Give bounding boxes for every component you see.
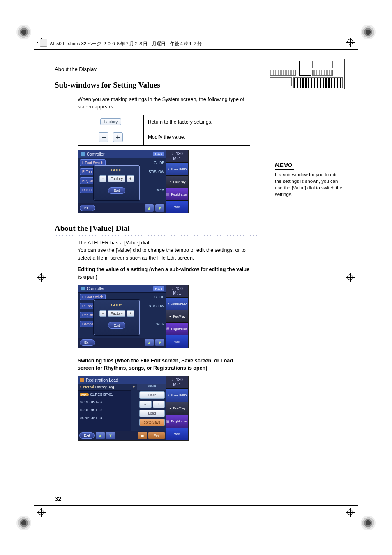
internal-path: ! Internal Factory Reg. ⬆ [78, 384, 137, 390]
file-button[interactable]: File [148, 432, 165, 439]
file-header: AT-500_e.book 32 ページ ２００８年７月２８日 月曜日 午後４時… [38, 39, 203, 48]
lcd-exit[interactable]: Exit [80, 339, 95, 346]
section2-p2: You can use the [Value] dial to change t… [78, 246, 250, 261]
registration-load-screen: Registration Load ! Internal Factory Reg… [78, 376, 189, 441]
side-rec-play[interactable]: ◄Rec/Play [166, 310, 188, 322]
side-rec-play[interactable]: ◄Rec/Play [166, 175, 188, 188]
lcd-page-indicator: P.1/3 [153, 152, 164, 156]
up-arrow-button[interactable]: ▲ [145, 204, 154, 212]
popup-value: GLIDE [94, 300, 139, 307]
crop-mark [37, 508, 46, 517]
memo-note: MEMO If a sub-window for you to edit the… [275, 161, 345, 198]
row-value: WER [156, 322, 164, 326]
minus-button: − [99, 132, 108, 142]
popup-exit[interactable]: Exit [108, 322, 125, 329]
section1-intro: When you are making settings in the Syst… [78, 96, 250, 111]
load-button[interactable]: Load [139, 410, 165, 417]
book-icon [40, 39, 47, 47]
popup-plus[interactable]: + [127, 310, 134, 317]
row-value: ST/SLOW [149, 304, 164, 308]
up-arrow-button[interactable]: ▲ [96, 432, 105, 439]
go-to-save-button[interactable]: go to Save [139, 419, 165, 426]
list-item[interactable]: 04:REGIST-04 [78, 414, 131, 421]
lcd-title-text: Controller [87, 152, 104, 157]
side-registration[interactable]: ▤Registration [166, 415, 188, 428]
popup-value: GLIDE [94, 166, 139, 172]
side-main[interactable]: Main [166, 428, 188, 441]
table-row: Factory Return to the factory settings. [78, 115, 250, 129]
row-value: ST/SLOW [149, 170, 164, 174]
lcd-title: Registration Load [78, 376, 166, 384]
setting-popup: GLIDE − Factory + Exit [94, 300, 140, 335]
lcd-title: Controller P.1/3 [78, 150, 166, 158]
side-rec-play[interactable]: ◄Rec/Play [166, 402, 188, 415]
list-item[interactable]: 02:REGIST-02 [78, 398, 131, 406]
down-arrow-button[interactable]: ▼ [155, 204, 164, 212]
down-arrow-button[interactable]: ▼ [155, 339, 164, 346]
controller-icon [81, 286, 85, 291]
popup-minus[interactable]: − [99, 310, 106, 317]
side-registration[interactable]: ▤Registration [166, 188, 188, 200]
page-frame: AT-500_e.book 32 ページ ２００８年７月２８日 月曜日 午後４時… [34, 49, 358, 506]
side-sound-kbd[interactable]: ♪Sound/KBD [166, 163, 188, 175]
table-row: − + Modify the value. [78, 129, 250, 146]
side-main[interactable]: Main [166, 335, 188, 348]
lcd-title: Controller P.1/3 [78, 285, 166, 292]
row-value: GLIDE [154, 161, 164, 165]
side-sound-kbd[interactable]: ♪Sound/KBD [166, 389, 188, 402]
registration-ornament-bl [16, 516, 31, 530]
settings-table: Factory Return to the factory settings. … [78, 115, 250, 146]
lcd-exit[interactable]: Exit [80, 205, 95, 211]
controller-screen-1: Controller P.1/3 L Foot SwitchGLIDE R Fo… [78, 150, 189, 213]
up-arrow-button[interactable]: ▲ [145, 339, 154, 346]
panel-illustration [267, 59, 345, 89]
side-sound-kbd[interactable]: ♪Sound/KBD [166, 297, 188, 310]
lcd-title-text: Controller [87, 286, 104, 291]
memo-body: If a sub-window for you to edit the sett… [275, 171, 345, 198]
plus-button: + [113, 132, 123, 142]
popup-factory[interactable]: Factory [108, 310, 125, 317]
controller-screen-2: Controller P.1/3 L Foot SwitchGLIDE R Fo… [78, 285, 189, 348]
registration-list: Next01:REGIST-01 02:REGIST-02 03:REGIST-… [78, 390, 131, 431]
plus-button[interactable]: + [153, 401, 165, 408]
home-icon: ⬆ [132, 385, 136, 389]
dot-rule [55, 91, 260, 93]
down-arrow-button[interactable]: ▼ [106, 432, 115, 439]
registration-ornament-tl [16, 25, 31, 39]
setting-popup: GLIDE − Factory + Exit [94, 165, 140, 200]
registration-ornament-tr [361, 25, 376, 39]
popup-factory[interactable]: Factory [108, 175, 125, 182]
row-label: L Foot Switch [80, 294, 106, 300]
table-desc: Return to the factory settings. [144, 115, 250, 129]
popup-exit[interactable]: Exit [108, 187, 125, 194]
crop-mark [346, 38, 355, 47]
factory-button: Factory [100, 118, 121, 125]
popup-minus[interactable]: − [99, 175, 106, 182]
minus-button[interactable]: − [139, 401, 152, 408]
row-value: GLIDE [154, 295, 164, 299]
section2-sub1: Editing the value of a setting (when a s… [78, 266, 250, 281]
lcd-exit[interactable]: Exit [79, 432, 95, 439]
dot-rule [55, 234, 260, 237]
controller-icon [81, 152, 85, 157]
side-main[interactable]: Main [166, 200, 188, 213]
tempo-display: ♩=130 M: 1 [166, 285, 188, 297]
media-header: Media [137, 384, 166, 387]
memo-heading: MEMO [275, 161, 294, 170]
registration-ornament-br [361, 516, 376, 530]
tempo-display: ♩=130 M: 1 [166, 376, 188, 389]
file-header-text: AT-500_e.book 32 ページ ２００８年７月２８日 月曜日 午後４時… [50, 41, 202, 47]
section-title-value-dial: About the [Value] Dial [55, 224, 341, 233]
popup-plus[interactable]: + [127, 175, 134, 182]
side-registration[interactable]: ▤Registration [166, 322, 188, 335]
page-number: 32 [55, 495, 62, 502]
row-value: WER [156, 188, 164, 192]
list-item[interactable]: Next01:REGIST-01 [78, 390, 131, 398]
list-item[interactable]: 03:REGIST-03 [78, 406, 131, 414]
lcd-page-indicator: P.1/3 [153, 286, 164, 291]
table-desc: Modify the value. [144, 129, 250, 146]
grid-button[interactable]: ≣ [138, 432, 147, 439]
registration-icon [80, 378, 84, 382]
user-button[interactable]: User [139, 391, 165, 399]
row-label: R Foot [80, 168, 95, 175]
